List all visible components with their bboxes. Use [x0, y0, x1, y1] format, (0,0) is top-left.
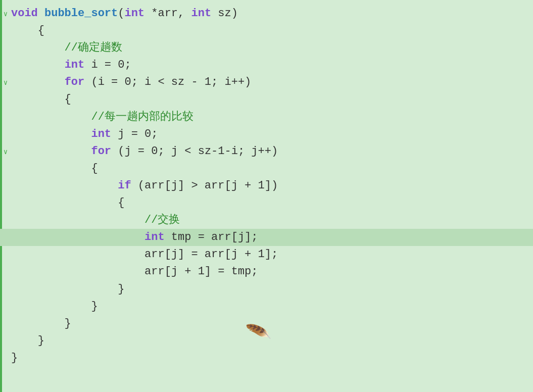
- token-normal: }: [11, 300, 98, 313]
- fold-indicator[interactable]: ∨: [0, 147, 11, 158]
- token-kw: int: [124, 7, 144, 20]
- token-normal: {: [11, 162, 98, 175]
- code-line: ∨ for (i = 0; i < sz - 1; i++): [0, 74, 533, 91]
- line-content: void bubble_sort(int *arr, int sz): [11, 5, 533, 22]
- token-normal: [11, 145, 91, 158]
- line-content: int i = 0;: [11, 57, 533, 74]
- token-kw: int: [65, 59, 85, 71]
- code-line: //每一趟内部的比较: [0, 109, 533, 126]
- token-kw: int: [91, 128, 111, 140]
- code-line: if (arr[j] > arr[j + 1]): [0, 177, 533, 194]
- line-content: for (j = 0; j < sz-1-i; j++): [11, 143, 533, 160]
- code-line: ∨ for (j = 0; j < sz-1-i; j++): [0, 143, 533, 160]
- line-content: arr[j] = arr[j + 1];: [11, 246, 533, 263]
- code-line: int i = 0;: [0, 57, 533, 74]
- code-line: ∨void bubble_sort(int *arr, int sz): [0, 5, 533, 22]
- token-kw: void: [11, 7, 38, 20]
- code-line: {: [0, 22, 533, 39]
- token-normal: [11, 179, 118, 192]
- token-normal: }: [11, 317, 71, 330]
- token-normal: [11, 76, 65, 88]
- token-normal: }: [11, 352, 18, 364]
- token-normal: [11, 231, 144, 243]
- code-line: }: [0, 332, 533, 350]
- code-line: {: [0, 160, 533, 177]
- code-line: //交换: [0, 212, 533, 229]
- code-lines: ∨void bubble_sort(int *arr, int sz) { //…: [0, 5, 533, 367]
- token-normal: arr[j] = arr[j + 1];: [11, 248, 278, 261]
- code-line: arr[j] = arr[j + 1];: [0, 246, 533, 263]
- token-normal: (i = 0; i < sz - 1; i++): [84, 76, 251, 88]
- token-normal: tmp = arr[j];: [165, 231, 258, 243]
- token-comment: //确定趟数: [11, 41, 122, 54]
- token-comment: //交换: [11, 214, 180, 226]
- token-normal: }: [11, 283, 124, 296]
- token-kw: if: [118, 179, 131, 192]
- fold-indicator[interactable]: ∨: [0, 78, 11, 89]
- code-line: int j = 0;: [0, 126, 533, 143]
- code-line: int tmp = arr[j];: [0, 229, 533, 246]
- line-content: //确定趟数: [11, 39, 533, 57]
- token-normal: [11, 59, 65, 71]
- line-content: {: [11, 194, 533, 212]
- token-normal: (: [118, 7, 124, 20]
- line-content: //每一趟内部的比较: [11, 109, 533, 126]
- code-line: }: [0, 281, 533, 298]
- line-content: int j = 0;: [11, 126, 533, 143]
- token-normal: {: [11, 197, 124, 209]
- token-normal: (arr[j] > arr[j + 1]): [131, 179, 278, 192]
- fold-indicator[interactable]: ∨: [0, 9, 11, 20]
- line-content: if (arr[j] > arr[j + 1]): [11, 177, 533, 194]
- code-line: {: [0, 194, 533, 212]
- code-line: }: [0, 350, 533, 367]
- line-content: //交换: [11, 212, 533, 229]
- token-kw: for: [91, 145, 111, 158]
- code-editor: ∨void bubble_sort(int *arr, int sz) { //…: [0, 0, 533, 392]
- token-normal: [11, 128, 91, 140]
- token-normal: arr[j + 1] = tmp;: [11, 265, 258, 278]
- token-normal: *arr,: [144, 7, 191, 20]
- line-content: }: [11, 281, 533, 298]
- token-comment: //每一趟内部的比较: [11, 111, 193, 123]
- token-normal: (j = 0; j < sz-1-i; j++): [111, 145, 278, 158]
- token-kw: int: [191, 7, 211, 20]
- token-normal: sz): [211, 7, 238, 20]
- token-normal: {: [11, 24, 44, 37]
- token-kw: int: [144, 231, 165, 243]
- code-line: arr[j + 1] = tmp;: [0, 263, 533, 280]
- code-line: }: [0, 298, 533, 315]
- code-line: }: [0, 315, 533, 332]
- line-content: }: [11, 332, 533, 350]
- line-content: for (i = 0; i < sz - 1; i++): [11, 74, 533, 91]
- token-normal: [38, 7, 44, 20]
- token-kw: for: [65, 76, 85, 88]
- token-normal: j = 0;: [111, 128, 158, 140]
- code-line: {: [0, 91, 533, 108]
- line-content: }: [11, 350, 533, 367]
- token-normal: i = 0;: [84, 59, 131, 71]
- token-normal: {: [11, 93, 71, 106]
- line-content: arr[j + 1] = tmp;: [11, 263, 533, 280]
- token-fn: bubble_sort: [44, 7, 118, 20]
- token-normal: }: [11, 334, 44, 347]
- line-content: int tmp = arr[j];: [11, 229, 533, 246]
- line-content: {: [11, 22, 533, 39]
- line-content: {: [11, 91, 533, 108]
- line-content: }: [11, 298, 533, 315]
- line-content: {: [11, 160, 533, 177]
- code-line: //确定趟数: [0, 39, 533, 57]
- line-content: }: [11, 315, 533, 332]
